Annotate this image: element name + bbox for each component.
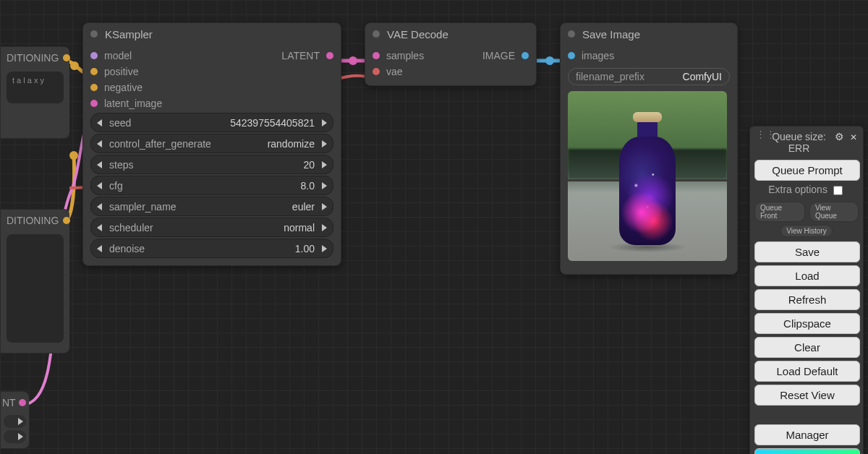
node-graph-canvas[interactable]: DITIONING t a l a x y DITIONING NT [0, 0, 868, 454]
param-label: sampler_name [109, 201, 176, 213]
output-port-latent[interactable] [326, 52, 333, 59]
svg-point-2 [349, 56, 357, 65]
param-label: filename_prefix [576, 71, 683, 82]
node-vae-decode[interactable]: VAE Decode samples IMAGE vae [365, 22, 537, 86]
param-seed[interactable]: seed 542397554405821 [90, 113, 333, 132]
param-value[interactable]: randomize [216, 138, 315, 150]
view-queue-button[interactable]: View Queue [809, 202, 859, 222]
chevron-right-icon[interactable] [322, 119, 327, 127]
node-ksampler[interactable]: KSampler model LATENT positive negative … [82, 22, 341, 266]
input-label: negative [104, 82, 142, 93]
chevron-right-icon[interactable] [322, 140, 327, 147]
chevron-right-icon[interactable] [18, 433, 23, 440]
clipspace-button[interactable]: Clipspace [754, 313, 860, 334]
input-port-samples[interactable] [373, 52, 380, 59]
output-label: DITIONING [7, 215, 59, 226]
refresh-button[interactable]: Refresh [754, 289, 860, 310]
preview-image[interactable] [568, 91, 727, 261]
share-button[interactable]: Share [754, 448, 860, 454]
param-value[interactable]: 542397554405821 [135, 117, 315, 129]
queue-size-value: ERR [788, 142, 810, 154]
param-label: seed [109, 117, 131, 129]
chevron-left-icon[interactable] [97, 245, 102, 252]
node-conditioning-partial-1[interactable]: DITIONING t a l a x y [0, 46, 69, 139]
chevron-left-icon[interactable] [97, 224, 102, 231]
manager-button[interactable]: Manager [754, 424, 860, 445]
output-label: DITIONING [7, 52, 59, 64]
close-icon[interactable] [850, 131, 857, 142]
chevron-right-icon[interactable] [322, 161, 327, 168]
param-control-after-generate[interactable]: control_after_generate randomize [90, 134, 333, 153]
input-port-model[interactable] [90, 52, 98, 59]
output-port-conditioning[interactable] [63, 217, 70, 224]
param-steps[interactable]: steps 20 [90, 155, 333, 174]
load-default-button[interactable]: Load Default [754, 361, 860, 382]
param-label: denoise [109, 243, 145, 254]
control-panel[interactable]: ⋮⋮ Queue size: ERR Queue Prompt Extra op… [749, 126, 864, 454]
clear-button[interactable]: Clear [754, 337, 860, 358]
param-value[interactable]: euler [181, 201, 315, 213]
param-cfg[interactable]: cfg 8.0 [90, 176, 333, 195]
input-label: samples [386, 50, 424, 61]
chevron-left-icon[interactable] [97, 140, 102, 147]
svg-point-0 [70, 61, 79, 70]
param-value[interactable]: 1.00 [149, 243, 315, 254]
output-label: IMAGE [482, 50, 515, 61]
drag-handle-icon[interactable]: ⋮⋮ [756, 131, 763, 138]
node-title: KSampler [105, 28, 153, 40]
output-port-conditioning[interactable] [63, 54, 70, 61]
input-port-positive[interactable] [90, 68, 98, 75]
input-port-latent-image[interactable] [90, 100, 98, 107]
chevron-left-icon[interactable] [97, 182, 102, 189]
extra-options-checkbox[interactable] [833, 186, 843, 195]
save-button[interactable]: Save [754, 241, 860, 262]
text-input-preview: t a l a x y [7, 72, 64, 103]
param-denoise[interactable]: denoise 1.00 [90, 239, 333, 258]
node-header[interactable]: VAE Decode [365, 23, 536, 45]
extra-options-label: Extra options [768, 184, 827, 195]
output-port-image[interactable] [522, 52, 529, 59]
load-button[interactable]: Load [754, 265, 860, 286]
node-collapse-dot[interactable] [568, 30, 575, 38]
node-collapse-dot[interactable] [373, 30, 380, 38]
param-filename-prefix[interactable]: filename_prefix ComfyUI [568, 68, 730, 85]
param-value[interactable]: normal [158, 222, 315, 234]
param-value[interactable]: 8.0 [127, 180, 315, 192]
param-scheduler[interactable]: scheduler normal [90, 218, 333, 237]
input-label: vae [386, 66, 403, 77]
node-save-image[interactable]: Save Image images filename_prefix ComfyU… [560, 22, 738, 275]
node-conditioning-partial-2[interactable]: DITIONING [0, 209, 69, 354]
input-port-negative[interactable] [90, 84, 98, 91]
node-header[interactable]: Save Image [561, 23, 737, 45]
node-latent-partial[interactable]: NT [0, 391, 29, 449]
view-history-button[interactable]: View History [780, 225, 832, 237]
chevron-left-icon[interactable] [97, 161, 102, 168]
input-label: latent_image [104, 98, 162, 109]
chevron-left-icon[interactable] [97, 203, 102, 210]
queue-prompt-button[interactable]: Queue Prompt [754, 160, 860, 181]
param-value[interactable]: ComfyUI [683, 71, 722, 82]
param-label: control_after_generate [109, 138, 211, 150]
node-collapse-dot[interactable] [90, 30, 98, 38]
output-port-latent[interactable] [19, 399, 26, 406]
chevron-right-icon[interactable] [322, 182, 327, 189]
input-port-vae[interactable] [373, 68, 380, 75]
chevron-right-icon[interactable] [322, 203, 327, 210]
chevron-right-icon[interactable] [322, 245, 327, 252]
param-value[interactable]: 20 [137, 159, 315, 171]
input-label: positive [104, 66, 138, 77]
chevron-right-icon[interactable] [322, 224, 327, 231]
reset-view-button[interactable]: Reset View [754, 385, 860, 406]
node-header[interactable]: KSampler [83, 23, 341, 45]
gear-icon[interactable] [835, 131, 844, 142]
input-port-images[interactable] [568, 52, 575, 59]
param-sampler-name[interactable]: sampler_name euler [90, 197, 333, 216]
queue-front-button[interactable]: Queue Front [754, 202, 805, 222]
output-label: NT [2, 397, 16, 408]
svg-point-3 [545, 56, 554, 65]
input-label: model [104, 50, 132, 61]
input-label: images [582, 50, 614, 61]
chevron-right-icon[interactable] [18, 418, 23, 425]
chevron-left-icon[interactable] [97, 119, 102, 127]
queue-size-label: Queue size: [772, 131, 826, 142]
